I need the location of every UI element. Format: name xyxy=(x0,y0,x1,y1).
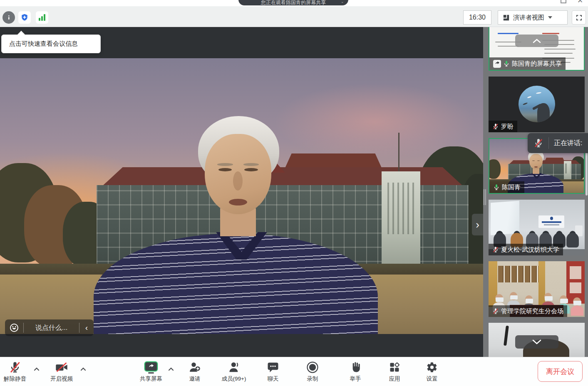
toolbar-label: 共享屏幕 xyxy=(140,375,162,383)
apps-grid-icon xyxy=(389,360,400,374)
sidebar-expand-button[interactable]: › xyxy=(472,214,483,235)
person-eye xyxy=(244,168,258,171)
toolbar-label: 举手 xyxy=(350,375,361,383)
participant-name: 罗盼 xyxy=(501,123,514,131)
security-shield-button[interactable] xyxy=(18,11,31,24)
gear-icon xyxy=(426,360,438,374)
mic-active-icon xyxy=(493,184,500,191)
microphone-muted-icon xyxy=(9,360,21,374)
members-icon xyxy=(228,360,240,374)
chat-quick-bar: 说点什么... ‹ xyxy=(5,319,94,336)
share-options-caret[interactable] xyxy=(168,366,174,371)
tile-participant-partial[interactable] xyxy=(489,323,585,357)
toolbar-label: 成员(99+) xyxy=(222,375,246,383)
close-button[interactable]: ✕ xyxy=(577,0,583,5)
toolbar-label: 开启视频 xyxy=(50,375,73,383)
tile-name-badge: 夏火松-武汉纺织大学 xyxy=(489,244,563,255)
tooltip-text: 点击可快速查看会议信息 xyxy=(9,40,78,48)
record-button[interactable]: 录制 xyxy=(292,360,333,383)
screen-share-title: 您正在观看陈国青的屏幕共享 xyxy=(261,0,326,5)
divider xyxy=(79,323,79,333)
mic-active-icon xyxy=(503,60,510,67)
toolbar-label: 录制 xyxy=(307,375,318,383)
toolbar-label: 设置 xyxy=(427,375,438,383)
tile-participant[interactable]: 罗盼 xyxy=(489,77,585,132)
fullscreen-button[interactable] xyxy=(572,10,586,25)
tile-screen-share[interactable]: 陈国青的屏幕共享 xyxy=(489,27,585,71)
speaking-now-banner: 正在讲话: xyxy=(528,133,588,153)
chat-collapse-icon[interactable]: ‹ xyxy=(84,324,89,332)
tile-participant[interactable]: 夏火松-武汉纺织大学 xyxy=(489,200,585,255)
avatar xyxy=(519,86,555,122)
tile-name-badge: 陈国青的屏幕共享 xyxy=(489,57,566,70)
person-eye xyxy=(218,168,232,171)
mic-muted-icon[interactable] xyxy=(533,138,543,148)
chat-bubble-icon xyxy=(267,360,279,374)
bottom-toolbar: 解除静音 开启视频 共享屏幕 xyxy=(0,357,588,386)
screen-share-title-pill[interactable]: 您正在观看陈国青的屏幕共享 ⌄ xyxy=(238,0,348,5)
meeting-time: 16:30 xyxy=(469,14,486,21)
participant-name: 陈国青 xyxy=(502,183,521,191)
speaker-video-scene xyxy=(0,58,483,334)
invite-button[interactable]: 邀请 xyxy=(174,360,216,383)
main-stage: 说点什么... ‹ › xyxy=(0,27,483,357)
sidebar-resize-handle[interactable] xyxy=(484,189,487,205)
invite-person-icon xyxy=(189,360,201,374)
chat-button[interactable]: 聊天 xyxy=(252,360,294,383)
mic-muted-icon xyxy=(492,123,499,130)
record-icon xyxy=(306,360,319,374)
chat-input[interactable]: 说点什么... xyxy=(28,324,75,332)
meeting-info-button[interactable] xyxy=(2,11,15,24)
start-video-button[interactable]: 开启视频 xyxy=(41,360,82,383)
speaker-video xyxy=(0,58,483,334)
network-signal-button[interactable] xyxy=(36,11,48,24)
share-screen-button[interactable]: 共享屏幕 xyxy=(130,360,172,383)
chevron-down-icon xyxy=(548,16,552,19)
person-nose xyxy=(233,171,243,191)
unmute-button[interactable]: 解除静音 xyxy=(0,360,36,383)
apps-button[interactable]: 应用 xyxy=(374,360,415,383)
leave-meeting-button[interactable]: 离开会议 xyxy=(538,361,583,382)
speaker-person xyxy=(0,58,483,334)
mic-muted-icon xyxy=(492,246,499,253)
speaker-view-icon xyxy=(502,14,510,22)
toolbar-label: 应用 xyxy=(389,375,400,383)
share-screen-icon xyxy=(144,360,158,374)
toolbar-label: 聊天 xyxy=(268,375,279,383)
tile-name-badge: 罗盼 xyxy=(489,121,517,132)
audio-options-caret[interactable] xyxy=(33,366,40,371)
person-eyebrow xyxy=(243,163,259,166)
members-button[interactable]: 成员(99+) xyxy=(213,360,255,383)
participant-name: 夏火松-武汉纺织大学 xyxy=(501,246,559,254)
person-eyebrow xyxy=(217,163,233,166)
top-toolbar: 16:30 演讲者视图 xyxy=(0,6,588,27)
video-options-caret[interactable] xyxy=(80,366,87,371)
raise-hand-button[interactable]: 举手 xyxy=(335,360,376,383)
meeting-timer[interactable]: 16:30 xyxy=(463,10,491,25)
toolbar-label: 邀请 xyxy=(189,375,201,383)
divider xyxy=(23,323,24,333)
toolbar-label: 解除静音 xyxy=(4,375,26,383)
tile-name-badge: 陈国青 xyxy=(489,181,524,193)
divider xyxy=(548,137,549,149)
camera-off-icon xyxy=(55,360,68,374)
window-titlebar: 您正在观看陈国青的屏幕共享 ⌄ ✕ xyxy=(0,0,588,6)
meeting-info-tooltip: 点击可快速查看会议信息 xyxy=(1,35,101,53)
emoji-icon[interactable] xyxy=(9,323,19,333)
mic-muted-icon xyxy=(492,308,499,314)
network-signal-icon xyxy=(39,14,45,21)
participant-name: 陈国青的屏幕共享 xyxy=(512,60,562,68)
maximize-button[interactable] xyxy=(561,0,566,3)
tile-participant[interactable]: 管理学院研究生分会场 xyxy=(489,261,585,317)
raise-hand-icon xyxy=(350,360,361,374)
settings-button[interactable]: 设置 xyxy=(411,360,453,383)
view-mode-selector[interactable]: 演讲者视图 xyxy=(498,10,568,25)
participant-name: 管理学院研究生分会场 xyxy=(501,307,563,315)
leave-meeting-label: 离开会议 xyxy=(546,367,574,376)
meeting-window: 说点什么... ‹ › 点击可快速查看会议信息 xyxy=(0,0,588,386)
sidebar-scroll-down-button[interactable] xyxy=(515,335,558,349)
sidebar-collapse-button[interactable] xyxy=(515,35,558,47)
view-mode-label: 演讲者视图 xyxy=(513,14,544,22)
participants-sidebar: 陈国青的屏幕共享 罗盼 xyxy=(483,27,588,357)
speaking-now-text: 正在讲话: xyxy=(554,139,582,148)
